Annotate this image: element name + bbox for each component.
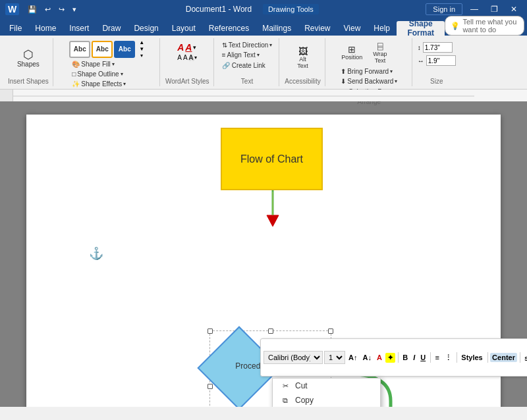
font-selector[interactable]: Calibri (Body) (264, 351, 323, 364)
shape-outline-btn[interactable]: □ Shape Outline ▾ (69, 70, 125, 78)
tab-references[interactable]: References (202, 21, 256, 36)
ribbon: ⬡ Shapes Insert Shapes Abc Abc Abc ▲ ▼ ▾ (0, 36, 527, 90)
close-button[interactable]: ✕ (506, 3, 522, 15)
bullets-btn[interactable]: ≡ (433, 353, 441, 362)
tab-shape-format[interactable]: Shape Format (397, 21, 445, 36)
decrease-font-btn[interactable]: A↓ (360, 353, 373, 362)
text-label: Text (241, 76, 253, 85)
undo-quickaccess[interactable]: ↩ (43, 5, 53, 14)
customize-quickaccess[interactable]: ▾ (70, 5, 78, 14)
alt-text-btn[interactable]: 🖼 AltText (291, 45, 315, 71)
center-btn[interactable]: Center (490, 353, 517, 362)
style-abc1[interactable]: Abc (69, 41, 90, 58)
send-backward-btn[interactable]: ⬇ Send Backward ▾ (338, 77, 400, 86)
align-text-label: Align Text (227, 51, 256, 59)
tab-home[interactable]: Home (28, 21, 63, 36)
cut-icon: ✂ (281, 382, 290, 390)
arrange-row2: ⬆ Bring Forward ▾ (338, 67, 395, 76)
signin-button[interactable]: Sign in (426, 3, 462, 15)
shape-fill-mini-btn[interactable]: 🎨 Shape Fill ▾ (522, 345, 527, 371)
font-color-btn[interactable]: A (375, 353, 384, 362)
wrap-text-label: WrapText (373, 51, 387, 64)
position-btn[interactable]: ⊞ Position (338, 43, 366, 63)
connector-svg (264, 190, 282, 226)
shape-fill-icon: 🎨 (72, 61, 80, 68)
position-icon: ⊞ (348, 45, 356, 54)
title-bar-right: Sign in — ❐ ✕ (426, 3, 522, 15)
shape-outline-label: Shape Outline (77, 70, 119, 78)
restore-button[interactable]: ❐ (486, 3, 502, 15)
shape-outline-arrow: ▾ (121, 71, 123, 77)
tab-draw[interactable]: Draw (96, 21, 127, 36)
ctx-cut[interactable]: ✂ Cut (273, 379, 380, 393)
styles-more[interactable]: ▾ (139, 53, 144, 59)
tab-mailings[interactable]: Mailings (256, 21, 298, 36)
style-abc2[interactable]: Abc (92, 41, 113, 58)
height-input[interactable] (423, 42, 453, 53)
a-fill-icon: A (177, 54, 182, 61)
width-icon: ↔ (418, 57, 424, 65)
highlight-btn[interactable]: ✦ (385, 353, 395, 363)
tell-me-bar[interactable]: 💡 Tell me what you want to do (445, 16, 524, 36)
handle-tm[interactable] (268, 328, 273, 334)
send-backward-label: Send Backward (347, 78, 393, 85)
wrap-text-btn[interactable]: ⌸ WrapText (370, 39, 390, 66)
styles-up[interactable]: ▲ (139, 39, 144, 45)
tab-view[interactable]: View (337, 21, 368, 36)
redo-quickaccess[interactable]: ↪ (57, 5, 67, 14)
tab-review[interactable]: Review (298, 21, 337, 36)
font-size-selector[interactable]: 11 (324, 351, 345, 364)
text-direction-btn[interactable]: ⇅ Text Direction ▾ (219, 41, 275, 49)
create-link-btn[interactable]: 🔗 Create Link (219, 61, 268, 70)
shape-fill-row: 🎨 Shape Fill ▾ (69, 60, 117, 68)
shape-styles-row1: Abc Abc Abc ▲ ▼ ▾ (69, 39, 144, 59)
tab-layout[interactable]: Layout (165, 21, 202, 36)
width-input[interactable] (426, 55, 456, 66)
copy-icon-ctx: ⧉ (281, 396, 290, 405)
group-wordart: A A ▾ A A A ▾ WordArt Styles (161, 38, 214, 86)
shape-style-buttons: Abc Abc Abc (69, 41, 135, 58)
text-content: ⇅ Text Direction ▾ ≡ Align Text ▾ 🔗 Crea… (219, 39, 275, 76)
drawing-tools-label: Drawing Tools (263, 4, 319, 14)
handle-tl[interactable] (208, 328, 213, 334)
tab-insert[interactable]: Insert (63, 21, 96, 36)
ctx-copy[interactable]: ⧉ Copy (273, 393, 380, 407)
accessibility-content: 🖼 AltText (291, 39, 315, 76)
bring-forward-arrow: ▾ (390, 68, 393, 74)
document-title: Document1 - Word (186, 5, 252, 14)
styles-btn[interactable]: Styles (459, 353, 484, 362)
underline-btn[interactable]: U (418, 353, 428, 362)
tab-help[interactable]: Help (367, 21, 397, 36)
style-abc3[interactable]: Abc (114, 41, 135, 58)
ruler-corner (0, 90, 13, 101)
group-arrange: ⊞ Position ⌸ WrapText ⬆ Bring Forward ▾ … (327, 38, 412, 86)
handle-tr[interactable] (328, 328, 333, 334)
alt-text-icon: 🖼 (298, 47, 308, 56)
increase-font-btn[interactable]: A↑ (347, 353, 359, 362)
handle-ml[interactable] (208, 384, 213, 389)
shapes-button[interactable]: ⬡ Shapes (14, 47, 43, 70)
bring-forward-btn[interactable]: ⬆ Bring Forward ▾ (338, 67, 395, 76)
save-quickaccess[interactable]: 💾 (26, 5, 39, 14)
shape-fill-btn[interactable]: 🎨 Shape Fill ▾ (69, 60, 117, 68)
page: ⚓ Flow of Chart (26, 115, 501, 407)
text-direction-icon: ⇅ (222, 41, 227, 49)
minimize-button[interactable]: — (466, 3, 482, 15)
align-text-btn[interactable]: ≡ Align Text ▾ (219, 51, 262, 59)
shape-effects-btn[interactable]: ✨ Shape Effects ▾ (69, 80, 128, 88)
bring-forward-label: Bring Forward (347, 68, 389, 75)
tab-file[interactable]: File (3, 21, 28, 36)
wordart-a-underline: A (185, 42, 192, 53)
italic-btn[interactable]: I (411, 353, 417, 362)
shapes-label: Shapes (17, 61, 40, 68)
create-link-label: Create Link (232, 62, 265, 69)
group-size: ↕ ↔ Size (414, 38, 460, 86)
numbering-btn[interactable]: ⋮ (443, 353, 454, 363)
flow-rect[interactable]: Flow of Chart (221, 128, 323, 190)
shape-effects-label: Shape Effects (81, 80, 122, 88)
wordart-row: A A ▾ (177, 42, 196, 53)
styles-down[interactable]: ▼ (139, 46, 144, 52)
bold-btn[interactable]: B (401, 353, 410, 362)
horizontal-ruler (13, 90, 527, 101)
tab-design[interactable]: Design (127, 21, 165, 36)
